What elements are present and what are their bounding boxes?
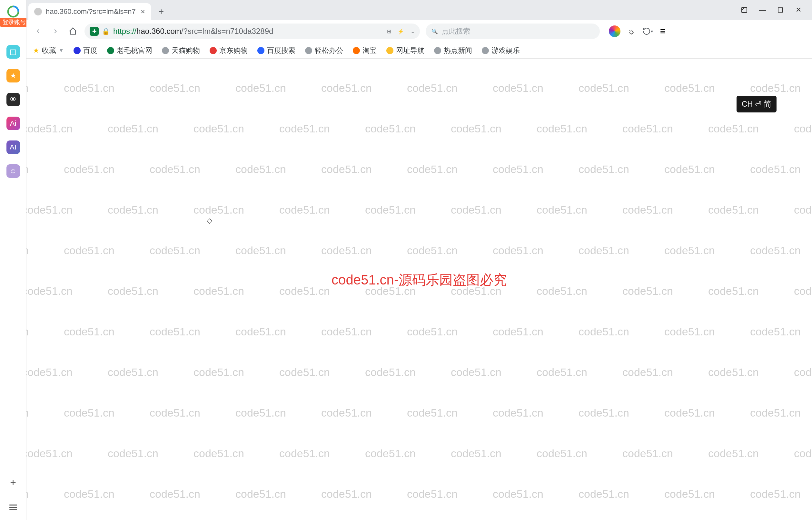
bookmark-tmall[interactable]: 天猫购物 <box>162 46 200 55</box>
bookmark-taobao[interactable]: 淘宝 <box>353 46 377 55</box>
qr-icon[interactable]: ⊞ <box>387 28 391 34</box>
watermark-text: code51.cn <box>279 447 330 460</box>
sidebar-bottom: + <box>0 476 26 510</box>
watermark-text: code51.cn <box>622 285 673 297</box>
watermark-text: code51.cn <box>664 82 715 95</box>
address-right-icons: ⊞ ⚡ ⌄ <box>387 28 415 34</box>
watermark-text: code51.cn <box>708 123 759 135</box>
dropdown-icon[interactable]: ⌄ <box>411 28 415 34</box>
bookmark-label: 网址导航 <box>396 46 424 55</box>
sidebar-ai-icon[interactable]: Ai <box>6 116 20 130</box>
watermark-text: code51.cn <box>64 326 115 338</box>
brightness-icon[interactable]: ☼ <box>628 26 635 36</box>
watermark-text: code51.cn <box>750 488 801 500</box>
watermark-text: code51.cn <box>236 163 286 176</box>
bookmark-nav[interactable]: 网址导航 <box>386 46 424 55</box>
sidebar-app-icon[interactable]: ◫ <box>6 45 20 59</box>
tab-close-button[interactable]: × <box>141 7 145 16</box>
sidebar-chat-icon[interactable]: 👁 <box>6 93 20 106</box>
watermark-text: code51.cn <box>26 407 29 419</box>
site-icon <box>353 47 360 54</box>
extension-button[interactable] <box>740 5 749 15</box>
ime-badge[interactable]: CH ⏎ 简 <box>737 96 777 112</box>
watermark-text: code51.cn <box>794 204 812 216</box>
watermark-text: code51.cn <box>794 285 812 297</box>
bookmark-office[interactable]: 轻松办公 <box>305 46 343 55</box>
browser-logo[interactable] <box>5 4 21 19</box>
maximize-button[interactable] <box>776 5 785 15</box>
watermark-text: code51.cn <box>750 407 801 419</box>
bookmark-label: 游戏娱乐 <box>491 46 520 55</box>
watermark-text: code51.cn <box>108 447 158 460</box>
site-icon <box>162 47 169 54</box>
back-button[interactable] <box>32 25 44 37</box>
watermark-text: code51.cn <box>537 204 587 216</box>
favorites-button[interactable]: ★ 收藏 ▼ <box>33 46 64 55</box>
watermark-text: code51.cn <box>365 204 416 216</box>
watermark-text: code51.cn <box>622 447 673 460</box>
sidebar-icons: ◫ ★ 👁 Ai AI ☺ <box>6 45 20 178</box>
watermark-text: code51.cn <box>26 123 73 135</box>
watermark-text: code51.cn <box>279 204 330 216</box>
bookmark-laomaotao[interactable]: 老毛桃官网 <box>107 46 152 55</box>
sidebar-list-button[interactable] <box>9 504 17 510</box>
sidebar-ai2-icon[interactable]: AI <box>6 140 20 154</box>
bookmark-label: 天猫购物 <box>172 46 200 55</box>
bookmark-game[interactable]: 游戏娱乐 <box>482 46 520 55</box>
close-button[interactable]: ✕ <box>794 5 803 15</box>
watermark-text: code51.cn <box>150 326 200 338</box>
forward-button[interactable] <box>50 25 61 37</box>
sidebar-face-icon[interactable]: ☺ <box>6 164 20 178</box>
watermark-text: code51.cn <box>150 488 200 500</box>
watermark-text: code51.cn <box>708 447 759 460</box>
theme-icon[interactable] <box>609 25 620 37</box>
new-tab-button[interactable]: + <box>155 5 168 18</box>
watermark-text: code51.cn <box>579 326 629 338</box>
watermark-text: code51.cn <box>537 366 587 379</box>
bookmark-label: 老毛桃官网 <box>117 46 152 55</box>
minimize-button[interactable]: — <box>758 5 767 15</box>
address-bar[interactable]: ✚ 🔒 https://hao.360.com/?src=lm&ls=n710d… <box>84 24 420 39</box>
bookmark-label: 京东购物 <box>219 46 248 55</box>
bolt-icon[interactable]: ⚡ <box>398 28 404 34</box>
watermark-text: code51.cn <box>407 82 458 95</box>
menu-button[interactable]: ≡ <box>660 26 666 37</box>
search-box[interactable]: 🔍 点此搜索 <box>426 24 600 39</box>
sidebar-add-button[interactable]: + <box>10 476 16 488</box>
watermark-text: code51.cn <box>321 407 372 419</box>
bookmark-jd[interactable]: 京东购物 <box>210 46 248 55</box>
bookmark-baidu[interactable]: 百度 <box>74 46 97 55</box>
watermark-text: code51.cn <box>794 366 812 379</box>
login-badge[interactable]: 登录账号 <box>0 18 28 27</box>
watermark-text: code51.cn <box>750 163 801 176</box>
watermark-text: code51.cn <box>279 285 330 297</box>
watermark-text: code51.cn <box>750 326 801 338</box>
watermark-text: code51.cn <box>493 163 543 176</box>
baidu-icon <box>74 47 81 54</box>
watermark-text: code51.cn <box>194 204 244 216</box>
watermark-text: code51.cn <box>26 163 29 176</box>
home-button[interactable] <box>67 25 79 37</box>
browser-tab[interactable]: hao.360.com/?src=lm&ls=n7 × <box>28 3 151 20</box>
watermark-text: code51.cn <box>236 407 286 419</box>
watermark-text: code51.cn <box>150 407 200 419</box>
chevron-down-icon: ▼ <box>59 48 64 53</box>
watermark-text: code51.cn <box>321 82 372 95</box>
address-bar-row: ✚ 🔒 https://hao.360.com/?src=lm&ls=n710d… <box>26 20 812 43</box>
bookmark-baidu-search[interactable]: 百度搜索 <box>257 46 295 55</box>
watermark-text: code51.cn <box>664 407 715 419</box>
watermark-text: code51.cn <box>579 407 629 419</box>
tab-bar: hao.360.com/?src=lm&ls=n7 × + — ✕ <box>26 0 812 20</box>
refresh-button[interactable]: ▾ <box>642 27 653 35</box>
watermark-text: code51.cn <box>579 244 629 257</box>
sidebar-star-icon[interactable]: ★ <box>6 69 20 82</box>
watermark-text: code51.cn <box>321 326 372 338</box>
watermark-text: code51.cn <box>194 285 244 297</box>
watermark-text: code51.cn <box>451 123 501 135</box>
watermark-text: code51.cn <box>622 366 673 379</box>
watermark-text: code51.cn <box>451 366 501 379</box>
bookmark-news[interactable]: 热点新闻 <box>434 46 472 55</box>
watermark-text: code51.cn <box>26 326 29 338</box>
shield-icon: ✚ <box>90 27 99 36</box>
watermark-text: code51.cn <box>108 285 158 297</box>
